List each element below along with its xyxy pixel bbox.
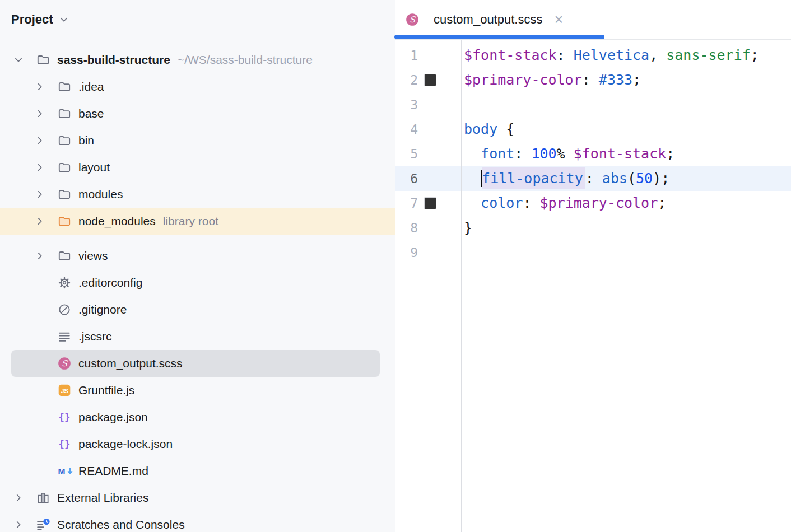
tree-item--idea[interactable]: .idea [0,73,395,100]
code-token: : [523,195,539,211]
tree-item-package-lock-json[interactable]: {}package-lock.json [0,431,395,458]
svg-text:S: S [410,15,416,24]
color-preview-chip[interactable] [425,198,436,209]
code-token: : [557,47,574,63]
color-preview-chip[interactable] [425,74,436,86]
chevron-placeholder [32,356,47,371]
code-editor[interactable]: 1$font-stack: Helvetica, sans-serif;2$pr… [396,40,791,532]
code-line-6[interactable]: 6 fill-opacity: abs(50); [396,166,791,191]
project-root-path: ~/WS/sass-build-structure [178,53,313,67]
tree-item-node-modules[interactable]: node_moduleslibrary root [0,208,395,235]
code-line-8[interactable]: 8} [396,216,791,240]
code-lines: 1$font-stack: Helvetica, sans-serif;2$pr… [396,43,791,265]
chevron-right-icon[interactable] [32,249,47,263]
code-token: ; [632,72,641,88]
chevron-down-icon[interactable] [11,53,26,67]
close-icon[interactable]: × [554,12,563,27]
chevron-placeholder [32,276,47,290]
code-token: ; [751,47,759,63]
chevron-right-icon[interactable] [11,517,26,532]
code-token: % [557,146,574,162]
tree-item-gruntfile-js[interactable]: JSGruntfile.js [0,377,395,404]
chevron-right-icon[interactable] [32,160,47,175]
json-icon: {} [57,410,72,424]
tree-item-base[interactable]: base [0,100,395,127]
folder-icon [57,160,72,175]
code-text: color: $primary-color; [464,191,666,216]
chevron-right-icon[interactable] [32,106,47,121]
chevron-right-icon[interactable] [11,491,26,505]
svg-text:{}: {} [59,438,71,450]
folder-icon [57,249,72,263]
tree-item-label: base [78,107,104,120]
tree-item--editorconfig[interactable]: .editorconfig [0,269,395,296]
code-token: ( [627,170,636,186]
code-token: , [649,47,666,63]
code-token: 100 [531,146,556,162]
folder-icon [57,80,72,94]
chevron-right-icon[interactable] [32,80,47,94]
tree-item-label: modules [78,188,123,201]
tree-item-views[interactable]: views [0,242,395,269]
tree-item-custom-output-scss[interactable]: Scustom_output.scss [0,350,395,377]
code-token: $primary-color [464,72,582,88]
tree-item-external-libraries[interactable]: External Libraries [0,484,395,511]
project-panel-title: Project [11,12,53,27]
code-token: : [514,146,531,162]
line-number: 1 [396,43,418,68]
tree-item-scratches-and-consoles[interactable]: Scratches and Consoles [0,511,395,532]
project-panel-header[interactable]: Project [0,0,395,28]
gutter-separator [461,40,462,532]
code-token: #333 [599,72,632,88]
code-line-3[interactable]: 3 [396,92,791,117]
ignored-icon [57,302,72,317]
code-line-9[interactable]: 9 [396,240,791,265]
svg-text:S: S [62,358,68,368]
chevron-right-icon[interactable] [32,187,47,202]
tree-item-layout[interactable]: layout [0,154,395,181]
scratches-icon [36,517,50,532]
chevron-right-icon[interactable] [32,214,47,228]
code-token [464,195,481,211]
tree-item--gitignore[interactable]: .gitignore [0,296,395,323]
chevron-placeholder [32,383,47,398]
editor-area: S custom_output.scss × 1$font-stack: Hel… [396,0,791,532]
sass-icon: S [57,356,72,371]
code-text: fill-opacity: abs(50); [464,166,669,191]
line-number: 3 [396,92,418,117]
code-line-7[interactable]: 7 color: $primary-color; [396,191,791,216]
tree-item-bin[interactable]: bin [0,127,395,154]
libraries-icon [36,491,50,505]
code-token: color [481,195,523,211]
folder-icon [57,187,72,202]
code-text: } [464,216,472,240]
tree-item-label: External Libraries [57,491,148,505]
tree-item-label: .idea [78,80,104,94]
tab-custom-output-scss[interactable]: S custom_output.scss × [396,0,575,39]
chevron-right-icon[interactable] [32,133,47,148]
tree-item-package-json[interactable]: {}package.json [0,404,395,431]
code-line-1[interactable]: 1$font-stack: Helvetica, sans-serif; [396,43,791,68]
code-token: sans-serif [666,47,751,63]
code-line-4[interactable]: 4body { [396,117,791,142]
code-token: $font-stack [464,47,557,63]
tree-item-modules[interactable]: modules [0,181,395,208]
tree-item-sass-build-structure[interactable]: sass-build-structure~/WS/sass-build-stru… [0,46,395,73]
code-line-2[interactable]: 2$primary-color: #333; [396,68,791,92]
code-token: font [481,146,514,162]
folder-icon [57,133,72,148]
code-text: font: 100% $font-stack; [464,142,674,166]
line-number: 9 [396,240,418,265]
project-tool-window: Project sass-build-structure~/WS/sass-bu… [0,0,396,532]
chevron-placeholder [32,437,47,451]
code-token: { [497,121,514,137]
tree-item-label: node_modules [78,214,156,228]
code-line-5[interactable]: 5 font: 100% $font-stack; [396,142,791,166]
svg-text:JS: JS [61,388,68,394]
tab-label: custom_output.scss [434,12,542,27]
code-token: } [464,220,472,236]
chevron-down-icon[interactable] [58,13,70,26]
tree-item-readme-md[interactable]: MREADME.md [0,458,395,484]
tree-item--jscsrc[interactable]: .jscsrc [0,323,395,350]
sass-icon: S [405,12,420,27]
